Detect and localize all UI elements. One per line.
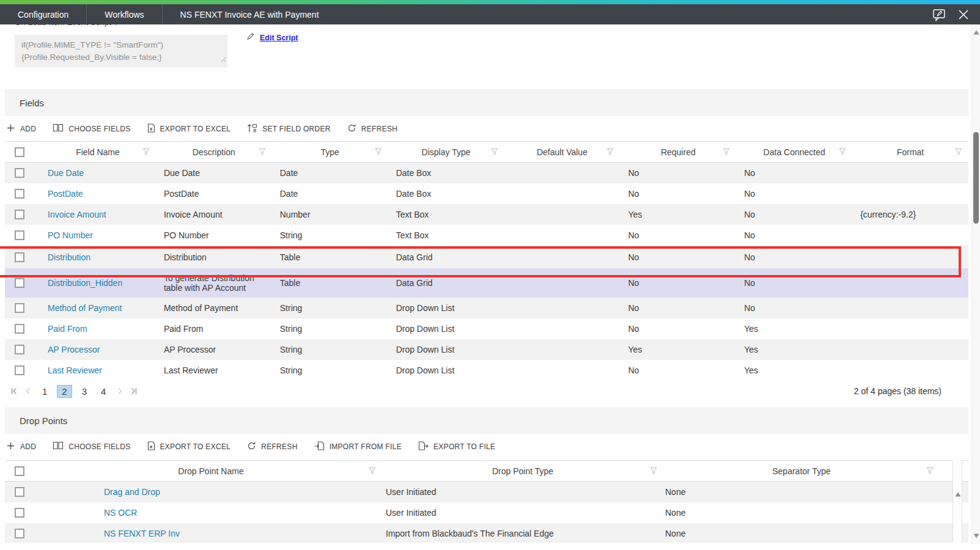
- next-page-button[interactable]: [116, 387, 124, 395]
- display-type-cell: Data Grid: [388, 278, 504, 288]
- export-to-excel-button[interactable]: EXPORT TO EXCEL: [147, 441, 231, 452]
- scroll-up-icon[interactable]: [972, 28, 980, 37]
- type-cell: Date: [272, 189, 388, 199]
- export-to-excel-button[interactable]: EXPORT TO EXCEL: [147, 123, 231, 134]
- tab-ns-fenxt-invoice-ae-with-payment[interactable]: NS FENXT Invoice AE with Payment: [163, 4, 337, 24]
- choose-fields-button[interactable]: CHOOSE FIELDS: [53, 441, 130, 452]
- prev-page-button[interactable]: [24, 387, 32, 395]
- filter-funnel-icon[interactable]: [723, 147, 730, 157]
- type-cell: Number: [272, 210, 388, 219]
- description-cell: PostDate: [156, 189, 272, 199]
- book-icon: [53, 123, 64, 134]
- row-checkbox[interactable]: [15, 168, 24, 178]
- filter-funnel-icon[interactable]: [650, 466, 657, 476]
- tab-workflows[interactable]: Workflows: [87, 4, 162, 24]
- filter-funnel-icon[interactable]: [606, 147, 614, 157]
- add-button[interactable]: ADD: [6, 441, 36, 452]
- export-to-file-button[interactable]: EXPORT TO FILE: [418, 441, 495, 452]
- page-scrollbar[interactable]: [971, 24, 980, 544]
- header-checkbox-cell: [5, 147, 40, 157]
- row-checkbox[interactable]: [15, 324, 24, 334]
- tab-configuration[interactable]: Configuration: [0, 4, 87, 24]
- drop-point-name-link[interactable]: NS OCR: [40, 508, 382, 518]
- drop-point-name-link[interactable]: Drag and Drop: [40, 487, 382, 497]
- scrollbar-thumb[interactable]: [973, 132, 979, 224]
- filter-funnel-icon[interactable]: [491, 147, 498, 157]
- script-line: {Profile.Requested_By.Visible = false;}: [21, 51, 221, 64]
- page-button-2[interactable]: 2: [57, 385, 72, 398]
- field-name-link[interactable]: Paid From: [40, 324, 156, 334]
- row-checkbox[interactable]: [15, 252, 24, 262]
- field-name-link[interactable]: Distribution_Hidden: [40, 278, 156, 288]
- first-page-button[interactable]: [10, 387, 18, 395]
- row-checkbox-cell: [5, 529, 40, 538]
- resize-grip-icon[interactable]: [221, 54, 226, 66]
- tab-label: Workflows: [105, 10, 144, 20]
- filter-funnel-icon[interactable]: [955, 147, 962, 157]
- on-load-script-textarea[interactable]: if(Profile.MIME_TYPE != "SmartForm") {Pr…: [15, 35, 227, 67]
- excel-icon: [147, 441, 155, 452]
- row-checkbox[interactable]: [15, 230, 24, 240]
- column-header-label: Drop Point Type: [492, 466, 553, 476]
- row-checkbox[interactable]: [15, 345, 24, 354]
- row-checkbox[interactable]: [15, 210, 24, 219]
- table-row: NS OCRUser InitiatedNone: [5, 502, 968, 523]
- select-all-checkbox[interactable]: [15, 147, 24, 157]
- accent-strip: [0, 0, 980, 4]
- fields-section-header: Fields: [5, 89, 968, 116]
- row-checkbox[interactable]: [15, 508, 24, 518]
- drop-points-scrollbar[interactable]: [952, 460, 962, 543]
- row-checkbox[interactable]: [15, 189, 24, 199]
- page-button-3[interactable]: 3: [78, 386, 91, 397]
- field-name-link[interactable]: Due Date: [40, 168, 156, 178]
- row-checkbox[interactable]: [15, 487, 24, 497]
- row-checkbox[interactable]: [15, 529, 24, 538]
- field-name-link[interactable]: Method of Payment: [40, 303, 156, 313]
- filter-funnel-icon[interactable]: [375, 147, 382, 157]
- field-name-link[interactable]: Invoice Amount: [40, 210, 156, 219]
- field-name-link[interactable]: PostDate: [40, 189, 156, 199]
- field-name-link[interactable]: PO Number: [40, 230, 156, 240]
- page-button-4[interactable]: 4: [97, 386, 110, 397]
- row-checkbox[interactable]: [15, 303, 24, 313]
- refresh-button[interactable]: REFRESH: [347, 123, 397, 134]
- field-name-link[interactable]: Distribution: [40, 252, 156, 262]
- display-type-cell: Date Box: [388, 168, 504, 178]
- page-button-1[interactable]: 1: [38, 386, 51, 397]
- window-controls: [932, 4, 980, 24]
- field-name-link[interactable]: AP Processor: [40, 345, 156, 354]
- column-header-label: Display Type: [422, 147, 471, 157]
- separator-type-cell: None: [663, 529, 940, 538]
- import-from-file-button[interactable]: IMPORT FROM FILE: [314, 441, 402, 452]
- table-row: PostDatePostDateDateDate BoxNoNo: [5, 183, 968, 204]
- close-icon[interactable]: [957, 8, 970, 21]
- row-checkbox-cell: [5, 508, 40, 518]
- row-checkbox-cell: [5, 365, 40, 375]
- scroll-down-icon[interactable]: [972, 532, 980, 540]
- row-checkbox-cell: [5, 210, 40, 219]
- filter-funnel-icon[interactable]: [926, 466, 934, 476]
- choose-fields-button[interactable]: CHOOSE FIELDS: [53, 123, 130, 134]
- filter-funnel-icon[interactable]: [369, 466, 376, 476]
- fields-toolbar: ADDCHOOSE FIELDSEXPORT TO EXCELSET FIELD…: [6, 116, 397, 141]
- required-cell: No: [620, 365, 736, 375]
- refresh-button[interactable]: REFRESH: [247, 441, 297, 452]
- table-row: Distribution_HiddenTo generate Distribut…: [5, 268, 968, 298]
- filter-funnel-icon[interactable]: [839, 147, 846, 157]
- set-field-order-button[interactable]: SET FIELD ORDER: [247, 123, 331, 134]
- edit-script-link[interactable]: Edit Script: [246, 32, 298, 43]
- book-icon: [53, 441, 64, 452]
- required-cell: No: [620, 230, 736, 240]
- add-button[interactable]: ADD: [6, 123, 36, 134]
- field-name-link[interactable]: Last Reviewer: [40, 365, 156, 375]
- filter-funnel-icon[interactable]: [142, 147, 150, 157]
- select-all-checkbox[interactable]: [15, 466, 24, 476]
- edit-bubble-icon[interactable]: [932, 8, 946, 21]
- last-page-button[interactable]: [130, 387, 138, 395]
- scroll-up-icon[interactable]: [954, 491, 962, 498]
- row-checkbox[interactable]: [15, 365, 24, 375]
- description-cell: AP Processor: [156, 345, 272, 354]
- drop-point-name-link[interactable]: NS FENXT ERP Inv: [40, 529, 382, 538]
- row-checkbox[interactable]: [15, 278, 24, 288]
- filter-funnel-icon[interactable]: [259, 147, 266, 157]
